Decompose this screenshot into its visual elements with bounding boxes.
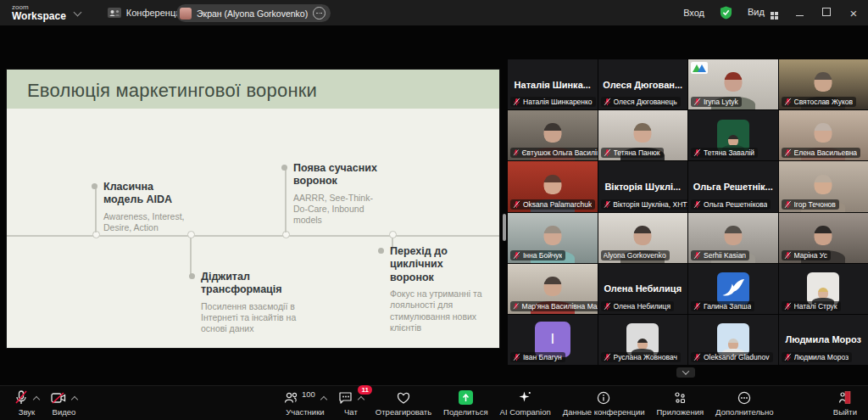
video-button[interactable]: Видео [45,386,83,420]
participant-name-label: Oleksandr Gladunov [691,352,773,362]
bullet-icon [281,165,287,171]
audio-button[interactable]: Звук [8,386,45,420]
security-shield-icon[interactable] [720,6,732,20]
meeting-info-label: Данные конференции [563,407,645,417]
participants-label: Участники [286,407,324,417]
participant-tile[interactable]: Iryna Lytyk [688,59,778,109]
timeline-item-title: Перехід до циклічних воронок [390,245,490,284]
minimize-button[interactable] [793,7,805,19]
bullet-icon [378,248,384,254]
maximize-button[interactable] [821,7,832,19]
mic-muted-icon [693,302,701,311]
mic-muted-icon [513,251,520,260]
participant-tile[interactable]: Наталі Струк [779,264,868,314]
gallery-collapse-button[interactable] [676,367,695,378]
chat-caret[interactable] [358,395,364,402]
tab-meeting[interactable]: Конференция [108,7,186,19]
participant-tile[interactable]: Святослав Жуков [779,59,868,109]
participant-tile[interactable]: Serhii Kasian [688,213,778,263]
audio-label: Звук [19,407,35,417]
meeting-icon [108,7,121,19]
screen-share-label: Экран (Alyona Gorkovenko) [197,8,308,19]
participant-tile[interactable]: Людмила Мороз Людмила Мороз [779,315,868,365]
participant-name-label: Oksana Palamarchuk [510,199,595,210]
share-button[interactable]: Поделиться [437,386,493,420]
participant-tile[interactable]: Маріна Ус [779,213,868,263]
mic-muted-icon [693,200,701,209]
mic-muted-icon [513,200,520,209]
participant-tile[interactable]: Тетяна Завалій [688,110,778,160]
participants-caret[interactable] [320,395,327,402]
timeline-stem [95,188,97,232]
view-button[interactable]: Вид [748,7,778,20]
react-button[interactable]: Отреагировать [370,386,437,420]
participant-name-label: Галина Запша [691,301,754,311]
participant-tile[interactable]: Тетяна Панюк [598,110,688,160]
close-button[interactable]: × [848,6,860,20]
participants-button[interactable]: 100 Участники [278,386,332,420]
avatar [807,272,839,305]
bullet-icon [189,273,195,279]
apps-button[interactable]: Приложения [651,386,710,420]
participant-tile[interactable]: Oksana Palamarchuk [508,161,598,211]
info-icon [597,391,610,405]
participant-tile[interactable]: Олеся Дюгован... Олеся Дюгованець [598,59,688,109]
participant-tile[interactable]: Євтушок Ольга Василівна .. [508,110,598,160]
dove-icon [717,272,749,305]
leave-button[interactable]: Выйти [827,386,863,420]
leave-label: Выйти [833,407,857,417]
participant-tile[interactable]: Олена Небилиця Олена Небилиця [598,264,688,314]
participant-name-label: Олеся Дюгованець [601,97,681,107]
timeline-item-desc: Фокус на утриманні та лояльності для сти… [390,288,490,334]
mic-muted-icon [693,251,701,260]
screen-share-pill[interactable]: Экран (Alyona Gorkovenko) [176,4,331,22]
participant-tile[interactable]: Інна Бойчук [508,213,598,263]
leave-door-icon [837,390,852,405]
avatar [717,272,749,305]
video-options-caret[interactable] [71,395,78,402]
slide-title: Еволюція маркетингової воронки [27,80,317,102]
participant-tile[interactable]: Галина Запша [688,264,778,314]
meeting-info-button[interactable]: Данные конференции [557,386,651,420]
timeline-node [282,231,290,238]
participant-tile[interactable]: Ігор Течонов [779,161,868,211]
participant-tile[interactable]: Наталія Шинка... Наталія Шинкаренко [508,59,598,109]
participant-name-label: Святослав Жуков [782,97,857,107]
timeline-node [92,231,100,238]
participant-name-label: Руслана Жовновач [601,352,681,362]
timeline-item-cyclic: Перехід до циклічних воронок Фокус на ут… [390,245,490,334]
workspace-menu[interactable]: zoom Workspace [12,4,81,21]
signin-button[interactable]: Вход [683,8,704,18]
mic-muted-icon [513,148,519,157]
ai-companion-label: AI Companion [500,407,551,417]
mic-muted-icon [693,98,701,106]
ai-companion-button[interactable]: AI Companion [494,386,557,420]
mic-muted-icon [513,302,519,311]
participant-tile[interactable]: I Іван Благун [508,315,598,365]
chat-button[interactable]: 11 Чат [332,386,370,420]
participant-tile[interactable]: Oleksandr Gladunov [688,315,778,365]
more-button[interactable]: Дополнительно [709,386,779,420]
participant-tile[interactable]: Alyona Gorkovenko [598,213,688,263]
participant-tile[interactable]: Вікторія Шуклі... Вікторія Шукліна, ХНТУ [598,161,688,211]
mic-muted-icon [604,302,611,311]
participant-tile[interactable]: Руслана Жовновач [598,315,688,365]
timeline-item-title: Класична модель AIDA [103,181,198,207]
participant-tile[interactable]: Мар'яна Василівна Мальч... [508,264,598,314]
participant-tile[interactable]: Ольга Решетнік... Ольга Решетнікова [688,161,778,211]
mic-muted-icon [604,353,611,361]
audio-options-caret[interactable] [33,395,40,402]
video-label: Видео [53,407,76,417]
participant-tile[interactable]: Елена Васильевна [779,110,868,160]
mic-muted-icon [693,148,701,157]
timeline-item-digital: Діджитал трансформація Посилення взаємод… [201,271,304,335]
workspace-label: Workspace [12,11,66,21]
timeline-axis [7,235,499,237]
participant-name-label: Тетяна Завалій [691,148,758,158]
mic-muted-icon [513,98,520,106]
zoom-window: zoom Workspace Конференция Экран (Alyona… [0,0,868,420]
scrollbar-handle[interactable] [503,214,506,241]
avatar [626,323,659,356]
participant-name-label: Мар'яна Василівна Мальч... [510,301,598,311]
more-options-icon[interactable] [313,7,326,20]
